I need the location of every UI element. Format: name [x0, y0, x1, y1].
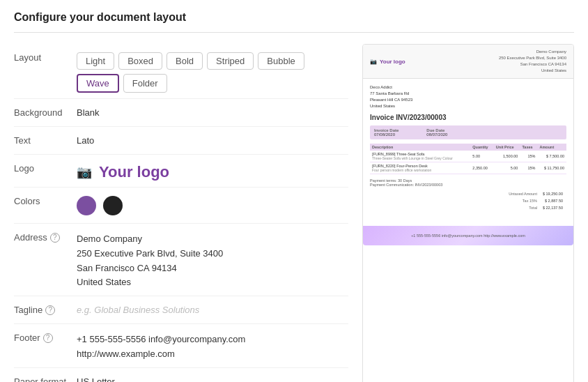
address-label: Address ? — [14, 229, 77, 243]
preview-col-unit: Unit Price — [494, 144, 520, 151]
layout-btn-striped[interactable]: Striped — [207, 52, 254, 70]
preview-due-date-val: 08/07/2020 — [426, 132, 447, 137]
logo-value: 📷 Your logo — [77, 160, 348, 181]
layout-btn-bold[interactable]: Bold — [167, 52, 203, 70]
preview-row1-amount: $ 7,500.00 — [537, 151, 566, 162]
preview-footer-wave: +1 555-555-5556 info@yourcompany.com htt… — [363, 226, 573, 245]
tagline-row: Tagline ? e.g. Global Business Solutions — [14, 296, 348, 324]
page-title: Configure your document layout — [14, 11, 574, 33]
preview-col-tax: Taxes — [520, 144, 537, 151]
layout-buttons-container: Light Boxed Bold Striped Bubble Wave Fol… — [77, 49, 348, 93]
text-row: Text Lato — [14, 127, 348, 155]
paper-format-value[interactable]: US Letter — [77, 374, 348, 382]
layout-label: Layout — [14, 49, 77, 63]
layout-btn-boxed[interactable]: Boxed — [118, 52, 162, 70]
color-swatch-1[interactable] — [77, 196, 96, 215]
preview-company-address: 250 Executive Park Blvd, Suite 3400 — [499, 55, 566, 61]
preview-table-row-2: [FURN_8220] Four-Person Desk Four person… — [370, 162, 566, 174]
preview-tax-row: Tax 15% $ 2,887.50 — [506, 198, 565, 204]
address-value[interactable]: Demo Company 250 Executive Park Blvd, Su… — [77, 229, 348, 290]
color-swatch-2[interactable] — [103, 196, 123, 215]
logo-text: Your logo — [99, 163, 169, 181]
preview-company-city: San Francisco CA 94134 — [499, 61, 566, 68]
layout-btn-wave[interactable]: Wave — [77, 74, 119, 93]
preview-invoice-title: Invoice INV/2023/00003 — [370, 114, 566, 121]
preview-camera-icon: 📷 — [370, 59, 377, 65]
tagline-help-icon[interactable]: ? — [45, 305, 55, 315]
preview-table: Description Quantity Unit Price Taxes Am… — [370, 144, 566, 174]
preview-from: Deco Addict 77 Santa Barbara Rd Pleasant… — [370, 84, 566, 109]
preview-row2-tax: 15% — [520, 162, 537, 174]
preview-from-address: 77 Santa Barbara Rd — [370, 91, 566, 97]
tagline-value: e.g. Global Business Solutions — [77, 302, 348, 315]
text-value[interactable]: Lato — [77, 132, 348, 146]
preview-company-name: Demo Company — [499, 49, 566, 55]
preview-row1-tax: 15% — [520, 151, 537, 162]
preview-dates: Invoice Date 07/08/2020 Due Date 08/07/2… — [370, 125, 566, 139]
preview-row1-qty: 5.00 — [470, 151, 494, 162]
preview-totals: Untaxed Amount $ 19,250.00 Tax 15% $ 2,8… — [370, 190, 566, 212]
colors-row: Colors — [14, 188, 348, 224]
preview-logo: 📷 Your logo — [370, 59, 405, 65]
footer-line-1: +1 555-555-5556 info@yourcompany.com — [77, 333, 348, 347]
layout-buttons: Light Boxed Bold Striped Bubble Wave Fol… — [77, 52, 348, 93]
preview-col-amount: Amount — [537, 144, 566, 151]
address-row: Address ? Demo Company 250 Executive Par… — [14, 224, 348, 296]
logo-label: Logo — [14, 160, 77, 174]
preview-totals-table: Untaxed Amount $ 19,250.00 Tax 15% $ 2,8… — [505, 190, 566, 212]
address-line-3: San Francisco CA 94134 — [77, 261, 348, 276]
address-line-2: 250 Executive Park Blvd, Suite 3400 — [77, 247, 348, 261]
preview-company-country: United States — [499, 68, 566, 74]
preview-from-country: United States — [370, 103, 566, 109]
preview-row1-unit: 1,500.00 — [494, 151, 520, 162]
layout-btn-bubble[interactable]: Bubble — [258, 52, 304, 70]
layout-btn-folder[interactable]: Folder — [123, 74, 167, 93]
address-help-icon[interactable]: ? — [50, 233, 60, 243]
logo-row: Logo 📷 Your logo — [14, 155, 348, 188]
background-label: Background — [14, 105, 77, 118]
preview-header: 📷 Your logo Demo Company 250 Executive P… — [363, 45, 573, 79]
main-layout: Layout Light Boxed Bold Striped Bubble W… — [14, 44, 574, 382]
preview-invoice-date-item: Invoice Date 07/08/2020 — [374, 128, 399, 137]
paper-format-row: Paper format US Letter — [14, 368, 348, 382]
footer-line-2: http://www.example.com — [77, 347, 348, 362]
background-row: Background Blank — [14, 99, 348, 127]
address-line-1: Demo Company — [77, 232, 348, 247]
preview-row2-amount: $ 11,750.00 — [537, 162, 566, 174]
preview-from-name: Deco Addict — [370, 84, 566, 91]
tagline-placeholder[interactable]: e.g. Global Business Solutions — [77, 305, 199, 315]
preview-row2-unit: 5.00 — [494, 162, 520, 174]
preview-row2-desc: [FURN_8220] Four-Person Desk Four person… — [370, 162, 470, 174]
footer-help-icon[interactable]: ? — [43, 333, 53, 343]
colors-label: Colors — [14, 193, 77, 206]
layout-row: Layout Light Boxed Bold Striped Bubble W… — [14, 44, 348, 99]
preview-from-city: Pleasant Hill CA 94523 — [370, 97, 566, 103]
preview-payment-terms: Payment terms: 30 Days Payment Communica… — [370, 178, 566, 187]
preview-company-info: Demo Company 250 Executive Park Blvd, Su… — [499, 49, 566, 74]
footer-row: Footer ? +1 555-555-5556 info@yourcompan… — [14, 324, 348, 368]
paper-format-label: Paper format — [14, 374, 77, 382]
preview-body: Deco Addict 77 Santa Barbara Rd Pleasant… — [363, 79, 573, 220]
footer-value[interactable]: +1 555-555-5556 info@yourcompany.com htt… — [77, 330, 348, 362]
preview-row1-desc: [FURN_8999] Three-Seat Sofa Three-Seater… — [370, 151, 470, 162]
address-line-4: United States — [77, 275, 348, 290]
left-panel: Layout Light Boxed Bold Striped Bubble W… — [14, 44, 348, 382]
preview-row2-qty: 2,350.00 — [470, 162, 494, 174]
logo-display[interactable]: 📷 Your logo — [77, 163, 348, 181]
preview-table-row-1: [FURN_8999] Three-Seat Sofa Three-Seater… — [370, 151, 566, 162]
preview-total-row: Total $ 22,137.50 — [506, 205, 565, 211]
preview-panel: 📷 Your logo Demo Company 250 Executive P… — [362, 44, 574, 382]
preview-col-desc: Description — [370, 144, 470, 151]
preview-untaxed-row: Untaxed Amount $ 19,250.00 — [506, 191, 565, 197]
page-container: Configure your document layout Layout Li… — [0, 0, 588, 382]
colors-value — [77, 193, 348, 217]
text-label: Text — [14, 132, 77, 146]
preview-footer-text: +1 555-555-5556 info@yourcompany.com htt… — [411, 234, 525, 238]
footer-label: Footer ? — [14, 330, 77, 343]
camera-icon: 📷 — [77, 165, 92, 180]
preview-col-qty: Quantity — [470, 144, 494, 151]
layout-btn-light[interactable]: Light — [77, 52, 114, 70]
background-value[interactable]: Blank — [77, 105, 348, 118]
tagline-label: Tagline ? — [14, 302, 77, 315]
preview-logo-text: Your logo — [380, 59, 405, 65]
